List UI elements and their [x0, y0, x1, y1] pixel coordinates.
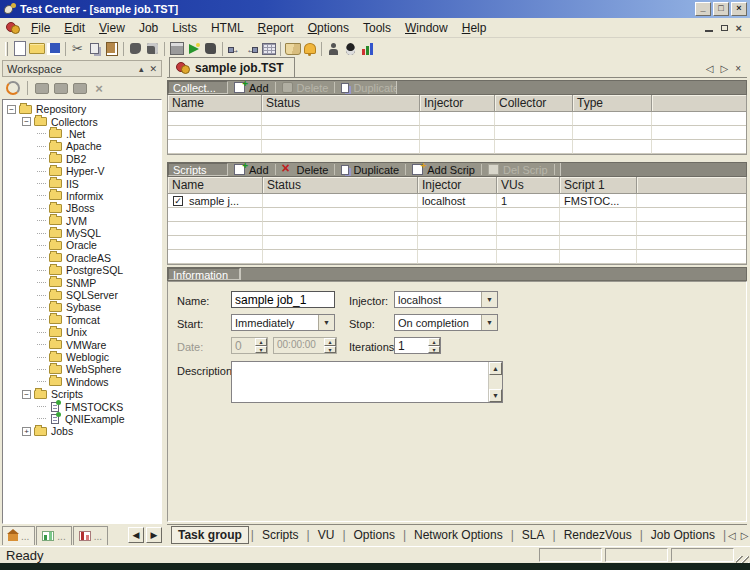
- refresh-icon[interactable]: [5, 81, 21, 96]
- iterations-stepper[interactable]: 1 ▴▾: [394, 337, 441, 354]
- tree-toggle-icon[interactable]: −: [7, 105, 16, 114]
- tree-item-websphere[interactable]: WebSphere: [3, 363, 161, 375]
- tree-toggle-icon[interactable]: −: [22, 117, 31, 126]
- tab-task-group[interactable]: Task group: [171, 526, 249, 544]
- table-row[interactable]: [168, 112, 746, 126]
- tree-item-iis[interactable]: IIS: [3, 177, 161, 189]
- table-row[interactable]: ✓sample j...localhost1FMSTOC...: [168, 194, 746, 208]
- checkbox-checked-icon[interactable]: ✓: [173, 196, 183, 206]
- workspace-tab-home[interactable]: ...: [2, 526, 35, 545]
- tab-sla[interactable]: SLA: [516, 527, 551, 543]
- tree-toggle-icon[interactable]: −: [22, 390, 31, 399]
- sync-table-icon[interactable]: [260, 41, 277, 57]
- column-header-status[interactable]: Status: [263, 177, 418, 194]
- tree-item-scripts[interactable]: −Scripts: [3, 388, 161, 400]
- tab-scripts[interactable]: Scripts: [256, 527, 305, 543]
- description-value[interactable]: [232, 362, 488, 402]
- menu-help[interactable]: Help: [455, 19, 494, 37]
- save-icon[interactable]: [45, 41, 62, 57]
- column-header-name[interactable]: Name: [168, 177, 263, 194]
- duplicate-button[interactable]: Duplicate: [335, 163, 405, 176]
- spin-up-icon[interactable]: ▴: [428, 338, 440, 346]
- table-row[interactable]: [168, 208, 746, 222]
- tree-item-collectors[interactable]: −Collectors: [3, 115, 161, 127]
- tab-vu[interactable]: VU: [312, 527, 341, 543]
- merge-icon[interactable]: [243, 41, 260, 57]
- tab-network-options[interactable]: Network Options: [408, 527, 509, 543]
- tree-item-oracle[interactable]: Oracle: [3, 239, 161, 251]
- workspace-tab-green-chart[interactable]: ...: [36, 526, 71, 545]
- mdi-close-icon[interactable]: ×: [736, 23, 742, 33]
- menu-file[interactable]: File: [24, 19, 57, 37]
- tab-next-icon[interactable]: ▷: [720, 63, 728, 74]
- column-header-name[interactable]: Name: [168, 95, 262, 112]
- column-header-type[interactable]: Type: [573, 95, 652, 112]
- bell-icon[interactable]: [301, 41, 318, 57]
- tabs-scroll-left-icon[interactable]: ◁: [728, 530, 736, 541]
- tree-toggle-icon[interactable]: +: [22, 427, 31, 436]
- scroll-down-icon[interactable]: ▼: [489, 389, 502, 402]
- tab-rendezvous[interactable]: RendezVous: [558, 527, 638, 543]
- stop-icon[interactable]: [202, 41, 219, 57]
- delete-icon[interactable]: [91, 81, 107, 96]
- run-icon[interactable]: [185, 41, 202, 57]
- user-icon[interactable]: [325, 41, 342, 57]
- stop-select[interactable]: On completion ▼: [394, 314, 498, 331]
- column-header-injector[interactable]: Injector: [418, 177, 497, 194]
- edit-folder-icon[interactable]: [53, 81, 69, 96]
- cut-icon[interactable]: [69, 41, 86, 57]
- tree-item-oracleas[interactable]: OracleAS: [3, 252, 161, 264]
- menu-view[interactable]: View: [92, 19, 132, 37]
- split-icon[interactable]: [226, 41, 243, 57]
- menu-edit[interactable]: Edit: [57, 19, 92, 37]
- scroll-right-icon[interactable]: ▶: [146, 527, 162, 543]
- scroll-left-icon[interactable]: ◀: [128, 527, 144, 543]
- tree-item-snmp[interactable]: SNMP: [3, 276, 161, 288]
- tree-item-unix[interactable]: Unix: [3, 326, 161, 338]
- tree-item-vmware[interactable]: VMWare: [3, 338, 161, 350]
- record-icon[interactable]: [127, 41, 144, 57]
- tree-item-repository[interactable]: −Repository: [3, 103, 161, 115]
- tree-item-mysql[interactable]: MySQL: [3, 227, 161, 239]
- workspace-tab-red-chart[interactable]: ...: [73, 526, 108, 545]
- tree-item-hyper-v[interactable]: Hyper-V: [3, 165, 161, 177]
- chart-icon[interactable]: [359, 41, 376, 57]
- menu-lists[interactable]: Lists: [165, 19, 204, 37]
- tree-item-sqlserver[interactable]: SQLServer: [3, 289, 161, 301]
- table-row[interactable]: [168, 126, 746, 140]
- name-field[interactable]: [231, 291, 335, 308]
- book-icon[interactable]: [284, 41, 301, 57]
- workspace-pin-icon[interactable]: ▴: [139, 64, 144, 74]
- tab-prev-icon[interactable]: ◁: [706, 63, 714, 74]
- description-field[interactable]: ▲ ▼: [231, 361, 503, 403]
- tree-item-windows[interactable]: Windows: [3, 376, 161, 388]
- tab-job-options[interactable]: Job Options: [645, 527, 721, 543]
- chevron-down-icon[interactable]: ▼: [481, 315, 497, 330]
- tree-item-weblogic[interactable]: Weblogic: [3, 351, 161, 363]
- penguin-icon[interactable]: [342, 41, 359, 57]
- scroll-up-icon[interactable]: ▲: [489, 362, 502, 375]
- tree-item-qniexample[interactable]: QNIExample: [3, 413, 161, 425]
- document-tab[interactable]: sample job.TST: [169, 57, 295, 77]
- column-header-collector[interactable]: Collector: [495, 95, 573, 112]
- delete-button[interactable]: Delete: [276, 163, 335, 176]
- injector-select[interactable]: localhost ▼: [394, 291, 498, 308]
- new-folder-icon[interactable]: [34, 81, 50, 96]
- menu-job[interactable]: Job: [132, 19, 165, 37]
- chevron-down-icon[interactable]: ▼: [481, 292, 497, 307]
- menu-window[interactable]: Window: [398, 19, 455, 37]
- workspace-close-icon[interactable]: ✕: [149, 64, 157, 74]
- mdi-minimize-icon[interactable]: [705, 30, 713, 32]
- column-header-vus[interactable]: VUs: [497, 177, 560, 194]
- tree-item-tomcat[interactable]: Tomcat: [3, 314, 161, 326]
- tree-item-jobs[interactable]: +Jobs: [3, 425, 161, 437]
- menu-report[interactable]: Report: [251, 19, 301, 37]
- dark-folder-icon[interactable]: [72, 81, 88, 96]
- close-icon[interactable]: ×: [731, 2, 747, 16]
- tree-item-jboss[interactable]: JBoss: [3, 202, 161, 214]
- table-row[interactable]: [168, 140, 746, 154]
- menu-html[interactable]: HTML: [204, 19, 251, 37]
- publish-icon[interactable]: [168, 41, 185, 57]
- tree-item-apache[interactable]: Apache: [3, 140, 161, 152]
- open-icon[interactable]: [28, 41, 45, 57]
